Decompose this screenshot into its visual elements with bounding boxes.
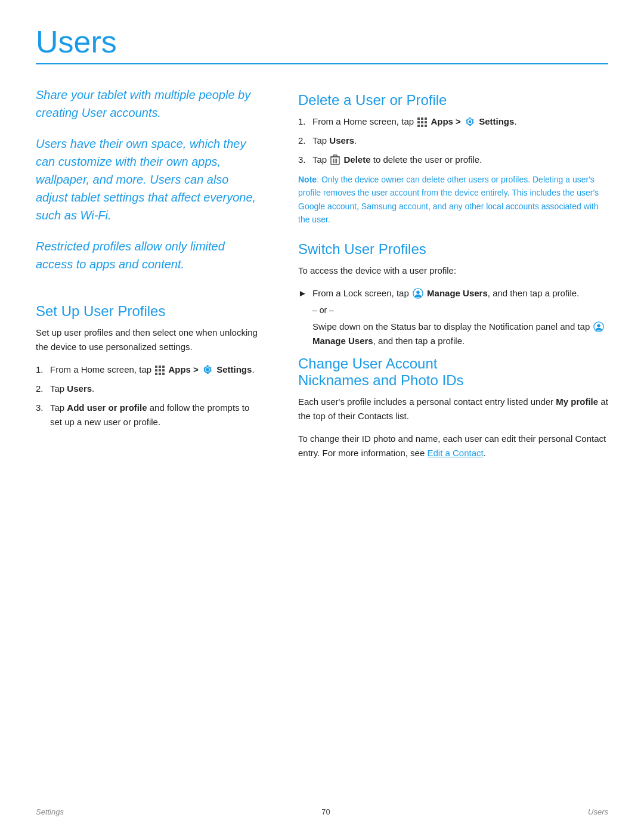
delete-note: Note: Only the device owner can delete o… [298, 173, 608, 227]
switch-bullet-1: ► From a Lock screen, tap Manage Users, … [298, 286, 608, 301]
delete-step-1: 1. From a Home screen, tap Apps > [298, 114, 608, 129]
step-num-3: 3. [36, 401, 47, 415]
step-2-content: Tap Users. [50, 382, 262, 396]
setup-steps: 1. From a Home screen, tap Apps > [36, 363, 262, 429]
change-heading: Change User AccountNicknames and Photo I… [298, 355, 608, 389]
bullet-arrow-1: ► [298, 286, 308, 301]
apps-grid-icon [155, 366, 165, 375]
intro-para3: Restricted profiles allow only limited a… [36, 237, 262, 273]
setup-heading: Set Up User Profiles [36, 303, 262, 320]
switch-bullet-text: From a Lock screen, tap Manage Users, an… [312, 286, 579, 301]
del-step-1-content: From a Home screen, tap Apps > [312, 114, 608, 129]
apps-grid-icon-2 [417, 117, 427, 127]
delete-label: Delete [344, 154, 371, 165]
footer-right: Users [588, 807, 608, 816]
del-step-3-content: Tap Delete to delete the user or profile… [312, 153, 608, 167]
step-num-1: 1. [36, 363, 47, 377]
del-step-num-2: 2. [298, 134, 309, 148]
page-title: Users [36, 24, 608, 60]
step-num-2: 2. [36, 382, 47, 396]
step-3-content: Tap Add user or profile and follow the p… [50, 401, 262, 429]
del-step-num-3: 3. [298, 153, 309, 167]
switch-heading: Switch User Profiles [298, 241, 608, 258]
manage-users-label-1: Manage Users [427, 288, 488, 298]
switch-extra-text: Swipe down on the Status bar to display … [312, 320, 608, 348]
intro-para1: Share your tablet with multiple people b… [36, 86, 262, 122]
apps-label: Apps > [168, 364, 198, 374]
title-divider [36, 63, 608, 64]
content-columns: Share your tablet with multiple people b… [36, 86, 608, 469]
my-profile-label: My profile [556, 397, 598, 407]
users-label-2: Users [329, 135, 354, 145]
setup-step-3: 3. Tap Add user or profile and follow th… [36, 401, 262, 429]
svg-point-4 [469, 120, 472, 123]
settings-label-1: Settings [216, 364, 252, 374]
manage-users-icon-2 [593, 321, 604, 332]
setup-step-2: 2. Tap Users. [36, 382, 262, 396]
users-label-1: Users [67, 383, 92, 394]
delete-heading: Delete a User or Profile [298, 92, 608, 109]
settings-gear-icon [202, 364, 213, 375]
footer-page-number: 70 [321, 807, 330, 816]
note-text: : Only the device owner can delete other… [298, 175, 599, 224]
del-step-2-content: Tap Users. [312, 134, 608, 148]
delete-trash-icon [330, 154, 340, 165]
setup-desc: Set up user profiles and then select one… [36, 326, 262, 354]
apps-label-2: Apps > [431, 116, 460, 126]
svg-rect-7 [333, 155, 337, 157]
or-divider: – or – [312, 305, 608, 315]
note-label: Note [298, 175, 317, 184]
step-1-content: From a Home screen, tap Apps > [50, 363, 262, 377]
delete-steps: 1. From a Home screen, tap Apps > [298, 114, 608, 167]
setup-step-1: 1. From a Home screen, tap Apps > [36, 363, 262, 377]
delete-step-2: 2. Tap Users. [298, 134, 608, 148]
footer: Settings 70 Users [36, 807, 608, 816]
manage-users-label-2: Manage Users [312, 336, 373, 346]
manage-users-icon-1 [413, 288, 423, 299]
settings-label-2: Settings [479, 116, 514, 126]
switch-desc: To access the device with a user profile… [298, 264, 608, 278]
change-para2: To change their ID photo and name, each … [298, 432, 608, 460]
svg-point-14 [597, 324, 600, 327]
delete-step-3: 3. Tap Delete to delete the user or prof… [298, 153, 608, 167]
del-step-num-1: 1. [298, 114, 309, 129]
intro-para2: Users have their own space, which they c… [36, 135, 262, 224]
edit-contact-link[interactable]: Edit a Contact [427, 448, 483, 458]
footer-left: Settings [36, 807, 64, 816]
svg-point-12 [416, 290, 419, 293]
right-column: Delete a User or Profile 1. From a Home … [298, 86, 608, 469]
page: Users Share your tablet with multiple pe… [0, 0, 644, 833]
svg-point-2 [206, 368, 209, 371]
change-para1: Each user's profile includes a personal … [298, 395, 608, 423]
add-user-label: Add user or profile [67, 402, 147, 413]
left-column: Share your tablet with multiple people b… [36, 86, 262, 469]
settings-gear-icon-2 [465, 116, 475, 127]
